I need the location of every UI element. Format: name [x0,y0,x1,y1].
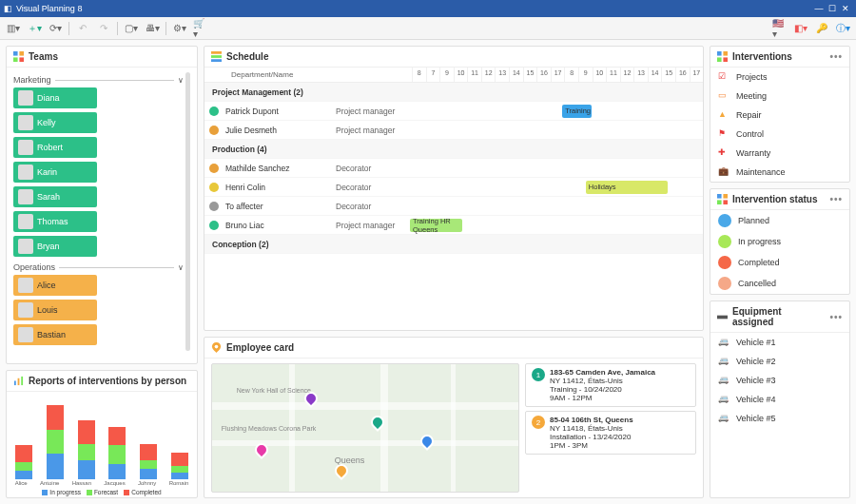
status-item[interactable]: Cancelled [710,273,849,294]
equipment-more-button[interactable]: ••• [829,312,843,322]
intervention-item[interactable]: ▭Meeting [710,87,849,106]
print-button[interactable]: 🖶▾ [145,21,160,36]
chart-category-label: Alice [15,480,28,486]
settings-button[interactable]: ⚙▾ [172,21,187,36]
minimize-button[interactable]: — [812,4,826,13]
location-card[interactable]: 1183-65 Camden Ave, JamaicaNY 11412, Éta… [525,363,696,407]
schedule-row[interactable]: To affecterDecorator [204,197,703,216]
interventions-title: Interventions [732,51,792,62]
key-button[interactable]: 🔑 [814,21,829,36]
status-item[interactable]: In progress [710,231,849,252]
intervention-item[interactable]: ✚Warranty [710,144,849,163]
report-panel: Reports of interventions by person Alice… [6,370,198,498]
intervention-item[interactable]: ▲Repair [710,106,849,125]
equipment-item[interactable]: 🚐Vehicle #4 [710,390,849,409]
location-card[interactable]: 285-04 106th St, QueensNY 11418, États-U… [525,411,696,455]
time-tick: 17 [690,68,704,82]
svg-rect-2 [13,57,18,62]
schedule-group-row[interactable]: Conception (2) [204,235,703,254]
status-label: Cancelled [738,279,776,288]
schedule-group-row[interactable]: Project Management (2) [204,83,703,102]
map-pin[interactable] [418,432,437,451]
language-button[interactable]: 🇺🇸▾ [772,21,788,36]
svg-rect-12 [723,51,728,56]
avatar [18,165,33,180]
redo-button[interactable]: ↷ [96,21,111,36]
legend-swatch-icon [42,490,48,495]
maximize-button[interactable]: ☐ [826,4,839,13]
team-member-card[interactable]: Robert [13,137,97,158]
time-tick: 9 [578,68,593,82]
card-button[interactable]: ▢▾ [124,21,139,36]
intervention-label: Repair [736,110,762,120]
row-name: Henri Colin [224,183,336,192]
equipment-panel: Equipment assigned ••• 🚐Vehicle #1🚐Vehic… [710,300,850,498]
add-button[interactable]: ＋▾ [27,21,42,36]
flag-icon: ⚑ [718,128,730,140]
equipment-label: Vehicle #2 [736,357,776,366]
team-member-card[interactable]: Thomas [13,211,97,232]
window-titlebar: ◧ Visual Planning 8 — ☐ ✕ [0,0,856,17]
undo-button[interactable]: ↶ [75,21,90,36]
location-number-icon: 2 [532,416,545,429]
chart-bar [108,427,126,479]
team-member-card[interactable]: Diana [13,87,97,108]
team-member-card[interactable]: Bastian [13,324,97,345]
equipment-item[interactable]: 🚐Vehicle #3 [710,371,849,390]
equipment-item[interactable]: 🚐Vehicle #1 [710,333,849,352]
schedule-col-name: Department/Name [204,68,338,82]
chart-icon [13,376,24,386]
intervention-item[interactable]: 💼Maintenance [710,163,849,182]
toolbar-divider [165,22,166,35]
employee-card-panel: Employee card Queens New York Hall of Sc… [204,337,704,498]
team-group-header[interactable]: Operations∨ [13,262,184,272]
close-button[interactable]: ✕ [839,4,852,13]
intervention-item[interactable]: ☑Projects [710,68,849,87]
row-role: Project manager [336,126,410,135]
row-dot-icon [209,164,219,173]
team-group-header[interactable]: Marketing∨ [13,75,184,85]
team-member-card[interactable]: Karin [13,162,97,183]
refresh-button[interactable]: ⟳▾ [48,21,63,36]
legend-swatch-icon [124,490,129,495]
team-member-card[interactable]: Sarah [13,186,97,207]
equipment-item[interactable]: 🚐Vehicle #5 [710,409,849,428]
chart-category-label: Hassan [72,480,91,486]
schedule-row[interactable]: Julie DesmethProject manager [204,121,703,140]
status-item[interactable]: Completed [710,252,849,273]
cart-button[interactable]: 🛒▾ [193,21,208,36]
status-dot-icon [718,214,731,227]
svg-rect-18 [723,200,728,204]
palette-button[interactable]: ◧▾ [793,21,808,36]
status-dot-icon [718,235,731,248]
layout-dropdown-button[interactable]: ▥▾ [6,21,21,36]
chart-segment [140,469,157,479]
svg-rect-1 [19,51,24,56]
intervention-item[interactable]: ⚑Control [710,125,849,144]
chart-segment [171,473,188,479]
schedule-row[interactable]: Henri ColinDecoratorHolidays [204,178,703,197]
schedule-row[interactable]: Bruno LiacProject managerTraining HR Que… [204,216,703,235]
schedule-row[interactable]: Patrick DupontProject managerTraining [204,102,703,121]
team-member-card[interactable]: Bryan [13,236,97,257]
chart-segment [15,471,32,479]
svg-rect-8 [211,55,222,58]
teams-scrollbar[interactable] [185,72,190,351]
schedule-bar[interactable]: Training [562,105,592,118]
employee-map[interactable]: Queens New York Hall of Science Flushing… [211,363,519,493]
schedule-bar[interactable]: Training HR Queens [410,219,462,232]
team-member-card[interactable]: Alice [13,275,97,296]
svg-rect-13 [717,57,722,62]
equipment-item[interactable]: 🚐Vehicle #2 [710,352,849,371]
interventions-more-button[interactable]: ••• [829,51,843,62]
schedule-row[interactable]: Mathilde SanchezDecorator [204,159,703,178]
status-item[interactable]: Planned [710,210,849,231]
schedule-bar[interactable]: Holidays [586,181,668,194]
team-member-card[interactable]: Louis [13,300,97,320]
svg-rect-0 [13,51,18,56]
schedule-group-row[interactable]: Production (4) [204,140,703,159]
info-button[interactable]: ⓘ▾ [835,21,850,36]
status-more-button[interactable]: ••• [829,194,843,204]
team-member-card[interactable]: Kelly [13,112,97,133]
chart-segment [78,420,95,444]
